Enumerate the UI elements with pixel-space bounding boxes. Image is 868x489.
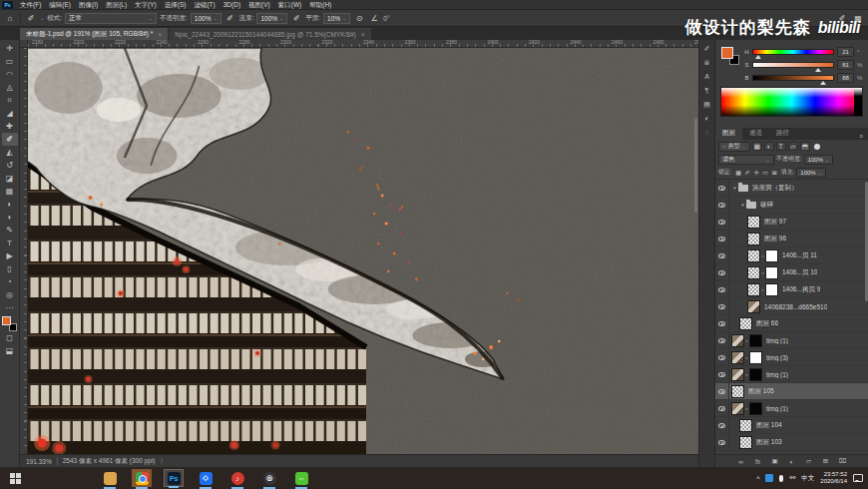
filter-type-layers-icon[interactable]: T (776, 142, 786, 151)
smoothing-field[interactable]: 10% ⌄ (323, 13, 350, 24)
tab-路径[interactable]: 路径 (769, 127, 796, 140)
menu-item-图像[interactable]: 图像(I) (75, 0, 102, 10)
chrome[interactable] (132, 469, 152, 487)
menu-item-文字[interactable]: 文字(Y) (131, 0, 161, 10)
canvas[interactable] (28, 48, 698, 454)
lock-all-icon[interactable]: ⊠ (770, 169, 779, 176)
layer-row[interactable]: ▾破碎 (715, 197, 868, 214)
layer-thumbnail[interactable] (739, 317, 752, 330)
layer-style-icon[interactable]: fx (753, 458, 763, 465)
capture-app[interactable]: ◎ (259, 469, 279, 487)
brushes-panel-icon[interactable]: ≣ (701, 57, 713, 68)
layer-row[interactable]: 图层 97 (715, 214, 868, 231)
panel-menu-icon[interactable]: ≡ (854, 133, 868, 140)
visibility-toggle[interactable] (715, 366, 729, 382)
lock-artboard-icon[interactable]: ▭ (761, 169, 770, 176)
visibility-toggle[interactable] (715, 247, 729, 263)
filter-adjustment-layers-icon[interactable]: ◐ (764, 142, 774, 151)
slider-track-b[interactable] (752, 75, 834, 81)
delete-layer-icon[interactable]: ⌧ (838, 457, 848, 465)
layer-thumbnail[interactable] (731, 385, 744, 398)
layer-mask-thumbnail[interactable] (765, 249, 778, 262)
layer-mask-thumbnail[interactable] (749, 402, 762, 415)
brush-preset-caret-icon[interactable]: ⌄ (40, 15, 44, 21)
filter-toggle-icon[interactable] (814, 144, 820, 150)
layer-row[interactable]: ∞1406...贝 11 (715, 247, 868, 264)
tab-通道[interactable]: 通道 (742, 127, 769, 140)
opacity-field[interactable]: 100% ⌄ (191, 13, 221, 24)
netease-music[interactable]: ♪ (227, 469, 247, 487)
taskbar-clock[interactable]: 23:57:52 2020/6/14 (820, 471, 847, 486)
visibility-toggle[interactable] (715, 383, 729, 399)
status-chevron-icon[interactable]: 〉 (161, 457, 168, 466)
chevron-down-icon[interactable]: ▾ (739, 202, 746, 208)
slider-thumb[interactable] (820, 81, 826, 85)
menu-item-帮助[interactable]: 帮助(H) (305, 0, 335, 10)
layer-row[interactable]: 图层 66 (715, 315, 868, 332)
gradient-tool[interactable]: ▦ (2, 185, 18, 198)
path-select-tool[interactable]: ▶ (2, 249, 18, 262)
history-brush-tool[interactable]: ↺ (2, 159, 18, 172)
menu-item-文件[interactable]: 文件(F) (16, 0, 45, 10)
layer-row[interactable]: ∞timg (1) (715, 400, 868, 417)
brush-angle-value[interactable]: 0° (383, 15, 389, 22)
menu-item-图层[interactable]: 图层(L) (102, 0, 131, 10)
hidden-icons-chevron[interactable]: ^ (756, 475, 759, 482)
new-layer-icon[interactable]: ⊞ (821, 457, 831, 465)
new-group-icon[interactable]: ▱ (804, 457, 814, 465)
paragraph-panel-icon[interactable]: ¶ (701, 85, 713, 96)
layer-row[interactable]: 14068238...d665e510 (715, 298, 868, 315)
airbrush-icon[interactable]: ✐ (290, 12, 302, 24)
symmetry-icon[interactable]: ▦ (852, 12, 864, 24)
visibility-toggle[interactable] (715, 180, 729, 196)
visibility-toggle[interactable] (715, 315, 729, 331)
brush-tool[interactable]: ✐ (2, 133, 18, 146)
pressure-size-icon[interactable]: ✐ (836, 12, 848, 24)
layer-row[interactable]: 图层 105 (715, 383, 868, 400)
blend-mode-select[interactable]: 滤色 ⌄ (718, 155, 774, 165)
filter-pixel-layers-icon[interactable]: ▦ (752, 142, 762, 151)
photoshop[interactable]: Ps (164, 469, 184, 487)
layer-row[interactable]: ∞timg (3) (715, 349, 868, 366)
menu-item-滤镜[interactable]: 滤镜(T) (190, 0, 218, 10)
layer-opacity-field[interactable]: 100% ⌄ (804, 155, 834, 165)
visibility-toggle[interactable] (715, 281, 729, 297)
layer-thumbnail[interactable] (731, 368, 744, 381)
layer-row[interactable]: 图层 96 (715, 231, 868, 247)
layer-row[interactable]: ∞1406...拷贝 9 (715, 281, 868, 298)
photos-app[interactable]: ◇ (196, 469, 216, 487)
layer-row[interactable]: ∞1406...贝 10 (715, 264, 868, 281)
foreground-color-swatch[interactable] (721, 47, 733, 59)
eyedropper-tool[interactable]: ◢ (2, 107, 18, 120)
layer-row[interactable]: ∞timg (1) (715, 332, 868, 349)
layer-thumbnail[interactable] (747, 216, 760, 229)
menu-item-视图[interactable]: 视图(V) (244, 0, 274, 10)
layer-thumbnail[interactable] (739, 436, 752, 449)
hand-tool[interactable]: ◔ (2, 275, 18, 288)
start-button[interactable] (0, 467, 30, 489)
smoothing-gear-icon[interactable]: ⊙ (353, 12, 365, 24)
visibility-toggle[interactable] (715, 400, 729, 416)
crop-tool[interactable]: ⌗ (2, 94, 18, 107)
properties-panel-icon[interactable]: ▤ (701, 99, 713, 110)
shape-tool[interactable]: ▯ (2, 262, 18, 275)
menu-item-选择[interactable]: 选择(S) (161, 0, 191, 10)
filter-smart-objects-icon[interactable]: ⬒ (800, 142, 810, 151)
filter-shape-layers-icon[interactable]: ▱ (788, 142, 798, 151)
layer-thumbnail[interactable] (731, 351, 744, 364)
slider-value[interactable]: 88 (837, 73, 854, 83)
menu-item-3D[interactable]: 3D(D) (219, 0, 244, 10)
adjustments-panel-icon[interactable]: ◐ (701, 113, 713, 124)
layer-row[interactable]: 图层 103 (715, 434, 868, 451)
layer-row[interactable]: ▾洪崖洞（复制） (715, 180, 868, 197)
layer-thumbnail[interactable] (747, 249, 760, 262)
layer-row[interactable]: ∞timg (1) (715, 366, 868, 383)
learn-panel-icon[interactable]: ◌ (701, 127, 713, 138)
visibility-toggle[interactable] (715, 264, 729, 280)
layer-thumbnail[interactable] (747, 300, 760, 313)
visibility-toggle[interactable] (715, 434, 729, 450)
link-layers-icon[interactable]: ∞ (736, 458, 746, 465)
slider-value[interactable]: 81 (837, 60, 854, 70)
visibility-toggle[interactable] (715, 349, 729, 365)
action-center-icon[interactable] (853, 474, 863, 482)
